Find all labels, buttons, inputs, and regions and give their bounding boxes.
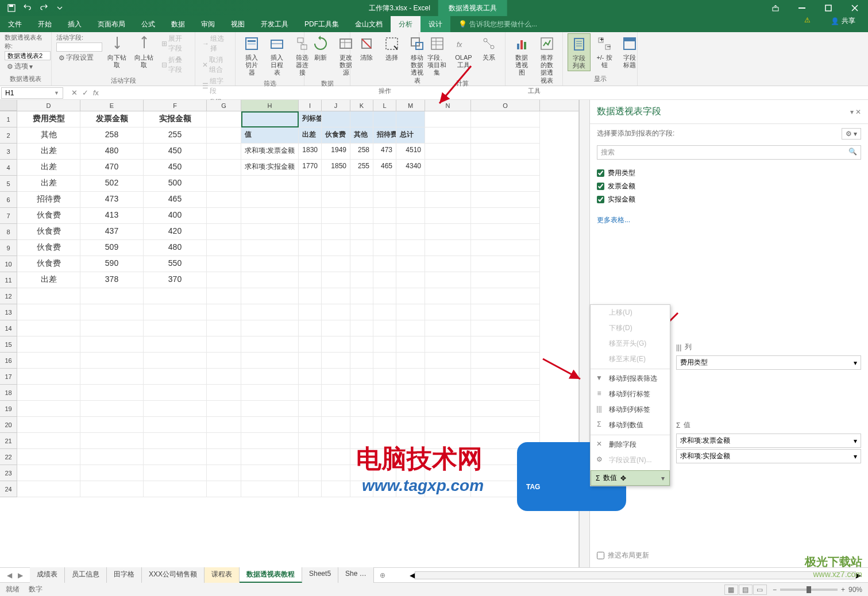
cell[interactable] <box>322 272 350 288</box>
cell[interactable]: 出差 <box>299 127 322 144</box>
cell[interactable] <box>322 208 350 224</box>
collapse-field-button[interactable]: ⊟折叠字段 <box>159 55 190 75</box>
cell[interactable] <box>299 369 322 385</box>
cell[interactable] <box>17 401 80 417</box>
row-header[interactable]: 10 <box>0 256 17 272</box>
cell[interactable] <box>373 208 396 224</box>
cell[interactable] <box>322 353 350 369</box>
cell[interactable] <box>471 256 540 272</box>
cell[interactable] <box>425 127 471 144</box>
cell[interactable]: 1830 <box>299 144 322 160</box>
cell[interactable] <box>373 336 396 353</box>
cell[interactable] <box>80 304 144 320</box>
cell[interactable] <box>471 288 540 304</box>
spreadsheet-grid[interactable]: D E F G H I J K L M N O 1费用类型发票金额实报金额列标签… <box>0 100 579 567</box>
insert-timeline-button[interactable]: 插入日程表 <box>265 33 288 78</box>
col-header[interactable]: F <box>144 100 207 111</box>
cell[interactable]: 出差 <box>17 144 80 160</box>
cell[interactable] <box>144 353 207 369</box>
row-header[interactable]: 20 <box>0 417 17 433</box>
fields-items-sets-button[interactable]: 字段、项目和集 <box>424 33 450 78</box>
cell[interactable] <box>425 144 471 160</box>
row-header[interactable]: 17 <box>0 369 17 385</box>
cell[interactable] <box>207 336 241 353</box>
cell[interactable]: 255 <box>350 160 373 176</box>
cell[interactable] <box>350 320 373 336</box>
tab-review[interactable]: 审阅 <box>193 16 223 32</box>
field-checkbox-item[interactable]: 费用类型 <box>597 167 861 180</box>
clear-button[interactable]: 清除 <box>355 33 378 63</box>
sheet-tab[interactable]: Sheet5 <box>302 567 338 583</box>
cell[interactable] <box>373 401 396 417</box>
cell[interactable] <box>299 336 322 353</box>
maximize-button[interactable] <box>815 0 842 16</box>
cell[interactable]: 求和项:实报金额 <box>241 160 299 176</box>
cell[interactable]: 1770 <box>299 160 322 176</box>
cell[interactable] <box>322 256 350 272</box>
sheet-tab[interactable]: 数据透视表教程 <box>240 567 302 583</box>
ribbon-options-button[interactable] <box>762 0 789 16</box>
row-header[interactable]: 15 <box>0 336 17 353</box>
cell[interactable] <box>471 369 540 385</box>
cell[interactable]: 出差 <box>17 272 80 288</box>
row-header[interactable]: 19 <box>0 401 17 417</box>
cell[interactable] <box>396 385 425 401</box>
cell[interactable]: 450 <box>144 160 207 176</box>
cell[interactable] <box>80 465 144 481</box>
row-header[interactable]: 5 <box>0 176 17 192</box>
cell[interactable]: 437 <box>80 224 144 240</box>
cell[interactable] <box>471 320 540 336</box>
cell[interactable] <box>17 353 80 369</box>
row-header[interactable]: 1 <box>0 111 17 127</box>
zoom-slider[interactable] <box>780 589 838 591</box>
cell[interactable] <box>396 417 425 433</box>
cell[interactable] <box>241 240 299 256</box>
cell[interactable] <box>241 417 299 433</box>
cell[interactable] <box>350 256 373 272</box>
field-headers-button[interactable]: 字段标题 <box>618 33 641 70</box>
cell[interactable] <box>299 192 322 208</box>
cell[interactable] <box>471 160 540 176</box>
cell[interactable] <box>299 240 322 256</box>
cell[interactable] <box>207 465 241 481</box>
cell[interactable] <box>241 208 299 224</box>
plus-minus-button[interactable]: +−+/- 按钮 <box>593 33 616 70</box>
cell[interactable] <box>373 288 396 304</box>
cell[interactable] <box>350 385 373 401</box>
cell[interactable] <box>425 353 471 369</box>
cell[interactable] <box>299 449 322 465</box>
cell[interactable] <box>80 433 144 449</box>
tab-layout[interactable]: 页面布局 <box>90 16 133 32</box>
sheet-tab[interactable]: XXX公司销售额 <box>142 567 205 583</box>
cell[interactable] <box>471 272 540 288</box>
cell[interactable] <box>144 320 207 336</box>
tell-me-search[interactable]: 💡 告诉我您想要做什么... <box>458 16 537 32</box>
cell[interactable] <box>373 111 396 127</box>
warning-icon[interactable]: ⚠ <box>804 16 811 24</box>
cell[interactable]: 出差 <box>17 160 80 176</box>
cell[interactable] <box>373 304 396 320</box>
more-tables-link[interactable]: 更多表格... <box>590 211 868 230</box>
cell[interactable] <box>396 176 425 192</box>
sheet-tab[interactable]: 成绩表 <box>30 567 65 583</box>
field-checkbox-item[interactable]: 实报金额 <box>597 193 861 206</box>
row-header[interactable]: 12 <box>0 288 17 304</box>
cell[interactable] <box>396 353 425 369</box>
cell[interactable] <box>396 272 425 288</box>
cell[interactable]: 伙食费 <box>17 256 80 272</box>
row-header[interactable]: 11 <box>0 272 17 288</box>
undo-button[interactable] <box>21 2 34 14</box>
row-header[interactable]: 18 <box>0 385 17 401</box>
row-header[interactable]: 7 <box>0 208 17 224</box>
context-menu-item[interactable]: ≡移动到行标签 <box>591 386 670 402</box>
col-header[interactable]: G <box>207 100 241 111</box>
cell[interactable] <box>396 208 425 224</box>
context-menu-item[interactable]: ▼移动到报表筛选 <box>591 371 670 386</box>
tab-file[interactable]: 文件 <box>0 16 30 32</box>
cell[interactable] <box>241 401 299 417</box>
cell[interactable] <box>144 465 207 481</box>
cell[interactable]: 出差 <box>17 176 80 192</box>
field-settings-button[interactable]: ⚙字段设置 <box>56 52 102 63</box>
cell[interactable] <box>350 304 373 320</box>
cell[interactable] <box>322 465 350 481</box>
